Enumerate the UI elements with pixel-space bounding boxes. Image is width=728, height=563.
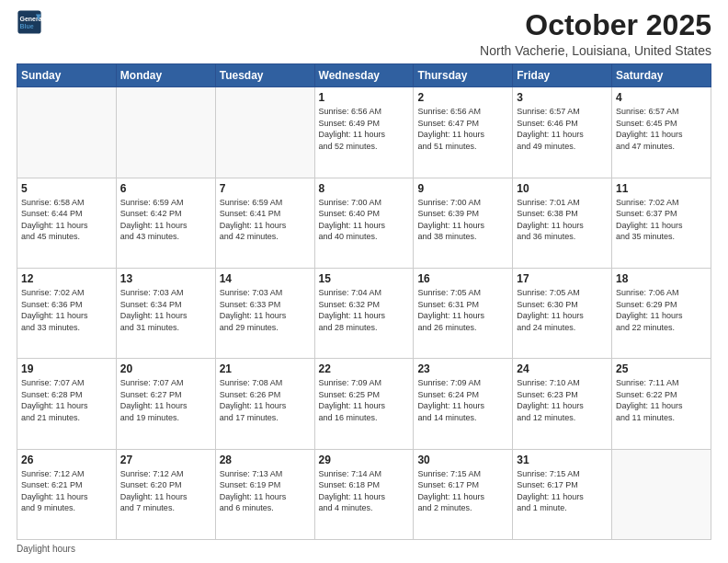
day-number: 14 <box>220 272 311 285</box>
day-info: Sunrise: 7:05 AM Sunset: 6:31 PM Dayligh… <box>417 287 508 333</box>
day-cell: 14Sunrise: 7:03 AM Sunset: 6:33 PM Dayli… <box>215 268 314 358</box>
day-number: 17 <box>517 272 608 285</box>
day-info: Sunrise: 7:10 AM Sunset: 6:23 PM Dayligh… <box>517 377 608 423</box>
day-cell: 12Sunrise: 7:02 AM Sunset: 6:36 PM Dayli… <box>17 268 117 358</box>
day-number: 2 <box>417 91 508 104</box>
day-cell: 25Sunrise: 7:11 AM Sunset: 6:22 PM Dayli… <box>612 359 711 449</box>
day-number: 7 <box>220 182 311 195</box>
day-cell: 3Sunrise: 6:57 AM Sunset: 6:46 PM Daylig… <box>513 87 612 178</box>
day-number: 8 <box>319 182 410 195</box>
calendar: SundayMondayTuesdayWednesdayThursdayFrid… <box>17 63 711 540</box>
day-info: Sunrise: 6:57 AM Sunset: 6:46 PM Dayligh… <box>517 106 608 152</box>
day-info: Sunrise: 7:08 AM Sunset: 6:26 PM Dayligh… <box>220 377 311 423</box>
day-cell: 16Sunrise: 7:05 AM Sunset: 6:31 PM Dayli… <box>414 268 513 358</box>
day-cell: 4Sunrise: 6:57 AM Sunset: 6:45 PM Daylig… <box>612 87 711 178</box>
day-number: 22 <box>319 362 410 375</box>
day-cell: 24Sunrise: 7:10 AM Sunset: 6:23 PM Dayli… <box>513 359 612 449</box>
day-cell: 11Sunrise: 7:02 AM Sunset: 6:37 PM Dayli… <box>612 178 711 268</box>
day-info: Sunrise: 6:58 AM Sunset: 6:44 PM Dayligh… <box>21 197 112 243</box>
day-number: 25 <box>616 362 707 375</box>
day-info: Sunrise: 7:02 AM Sunset: 6:36 PM Dayligh… <box>21 287 112 333</box>
day-number: 5 <box>21 182 112 195</box>
day-info: Sunrise: 7:03 AM Sunset: 6:33 PM Dayligh… <box>220 287 311 333</box>
day-number: 24 <box>517 362 608 375</box>
week-row-1: 5Sunrise: 6:58 AM Sunset: 6:44 PM Daylig… <box>17 178 711 268</box>
week-row-2: 12Sunrise: 7:02 AM Sunset: 6:36 PM Dayli… <box>17 268 711 358</box>
weekday-header-friday: Friday <box>513 64 612 87</box>
day-number: 30 <box>417 454 508 466</box>
day-info: Sunrise: 7:07 AM Sunset: 6:27 PM Dayligh… <box>120 377 211 423</box>
day-number: 21 <box>220 362 311 375</box>
day-info: Sunrise: 7:09 AM Sunset: 6:25 PM Dayligh… <box>319 377 410 423</box>
logo: General Blue <box>17 9 42 35</box>
day-cell: 15Sunrise: 7:04 AM Sunset: 6:32 PM Dayli… <box>314 268 414 358</box>
day-number: 27 <box>120 454 211 466</box>
title-block: October 2025 North Vacherie, Louisiana, … <box>480 9 711 58</box>
day-cell: 6Sunrise: 6:59 AM Sunset: 6:42 PM Daylig… <box>116 178 215 268</box>
day-info: Sunrise: 7:15 AM Sunset: 6:17 PM Dayligh… <box>517 468 608 514</box>
weekday-header-tuesday: Tuesday <box>215 64 314 87</box>
day-cell: 5Sunrise: 6:58 AM Sunset: 6:44 PM Daylig… <box>17 178 117 268</box>
day-cell: 10Sunrise: 7:01 AM Sunset: 6:38 PM Dayli… <box>513 178 612 268</box>
day-info: Sunrise: 7:00 AM Sunset: 6:39 PM Dayligh… <box>417 197 508 243</box>
day-number: 26 <box>21 454 112 466</box>
day-info: Sunrise: 7:03 AM Sunset: 6:34 PM Dayligh… <box>120 287 211 333</box>
day-info: Sunrise: 6:56 AM Sunset: 6:49 PM Dayligh… <box>319 106 410 152</box>
day-number: 13 <box>120 272 211 285</box>
day-info: Sunrise: 7:04 AM Sunset: 6:32 PM Dayligh… <box>319 287 410 333</box>
day-info: Sunrise: 7:09 AM Sunset: 6:24 PM Dayligh… <box>417 377 508 423</box>
day-cell: 13Sunrise: 7:03 AM Sunset: 6:34 PM Dayli… <box>116 268 215 358</box>
weekday-header-thursday: Thursday <box>414 64 513 87</box>
day-number: 3 <box>517 91 608 104</box>
day-info: Sunrise: 7:12 AM Sunset: 6:20 PM Dayligh… <box>120 468 211 514</box>
week-row-4: 26Sunrise: 7:12 AM Sunset: 6:21 PM Dayli… <box>17 449 711 539</box>
day-info: Sunrise: 7:00 AM Sunset: 6:40 PM Dayligh… <box>319 197 410 243</box>
day-cell: 19Sunrise: 7:07 AM Sunset: 6:28 PM Dayli… <box>17 359 117 449</box>
day-cell: 23Sunrise: 7:09 AM Sunset: 6:24 PM Dayli… <box>414 359 513 449</box>
weekday-header-wednesday: Wednesday <box>314 64 414 87</box>
day-number: 10 <box>517 182 608 195</box>
day-number: 4 <box>616 91 707 104</box>
day-number: 29 <box>319 454 410 466</box>
day-number: 19 <box>21 362 112 375</box>
day-number: 16 <box>417 272 508 285</box>
day-info: Sunrise: 7:05 AM Sunset: 6:30 PM Dayligh… <box>517 287 608 333</box>
day-cell <box>116 87 215 178</box>
day-info: Sunrise: 7:13 AM Sunset: 6:19 PM Dayligh… <box>220 468 311 514</box>
day-cell <box>215 87 314 178</box>
day-number: 6 <box>120 182 211 195</box>
logo-icon: General Blue <box>17 9 42 35</box>
day-number: 18 <box>616 272 707 285</box>
day-number: 11 <box>616 182 707 195</box>
day-cell: 7Sunrise: 6:59 AM Sunset: 6:41 PM Daylig… <box>215 178 314 268</box>
day-cell: 22Sunrise: 7:09 AM Sunset: 6:25 PM Dayli… <box>314 359 414 449</box>
day-cell: 31Sunrise: 7:15 AM Sunset: 6:17 PM Dayli… <box>513 449 612 539</box>
day-cell: 28Sunrise: 7:13 AM Sunset: 6:19 PM Dayli… <box>215 449 314 539</box>
weekday-header-sunday: Sunday <box>17 64 117 87</box>
week-row-3: 19Sunrise: 7:07 AM Sunset: 6:28 PM Dayli… <box>17 359 711 449</box>
month-title: October 2025 <box>480 9 711 41</box>
svg-text:Blue: Blue <box>20 23 34 29</box>
day-cell: 2Sunrise: 6:56 AM Sunset: 6:47 PM Daylig… <box>414 87 513 178</box>
day-cell: 18Sunrise: 7:06 AM Sunset: 6:29 PM Dayli… <box>612 268 711 358</box>
weekday-header-saturday: Saturday <box>612 64 711 87</box>
day-info: Sunrise: 7:01 AM Sunset: 6:38 PM Dayligh… <box>517 197 608 243</box>
week-row-0: 1Sunrise: 6:56 AM Sunset: 6:49 PM Daylig… <box>17 87 711 178</box>
page: General Blue October 2025 North Vacherie… <box>0 0 728 563</box>
day-cell: 27Sunrise: 7:12 AM Sunset: 6:20 PM Dayli… <box>116 449 215 539</box>
day-info: Sunrise: 6:56 AM Sunset: 6:47 PM Dayligh… <box>417 106 508 152</box>
day-number: 28 <box>220 454 311 466</box>
footer-note: Daylight hours <box>17 544 711 554</box>
header: General Blue October 2025 North Vacherie… <box>17 9 711 58</box>
day-info: Sunrise: 7:12 AM Sunset: 6:21 PM Dayligh… <box>21 468 112 514</box>
day-info: Sunrise: 7:11 AM Sunset: 6:22 PM Dayligh… <box>616 377 707 423</box>
day-cell: 17Sunrise: 7:05 AM Sunset: 6:30 PM Dayli… <box>513 268 612 358</box>
day-number: 20 <box>120 362 211 375</box>
day-info: Sunrise: 6:59 AM Sunset: 6:42 PM Dayligh… <box>120 197 211 243</box>
day-cell <box>17 87 117 178</box>
day-info: Sunrise: 7:06 AM Sunset: 6:29 PM Dayligh… <box>616 287 707 333</box>
day-number: 23 <box>417 362 508 375</box>
day-number: 15 <box>319 272 410 285</box>
location-title: North Vacherie, Louisiana, United States <box>480 43 711 58</box>
day-number: 1 <box>319 91 410 104</box>
